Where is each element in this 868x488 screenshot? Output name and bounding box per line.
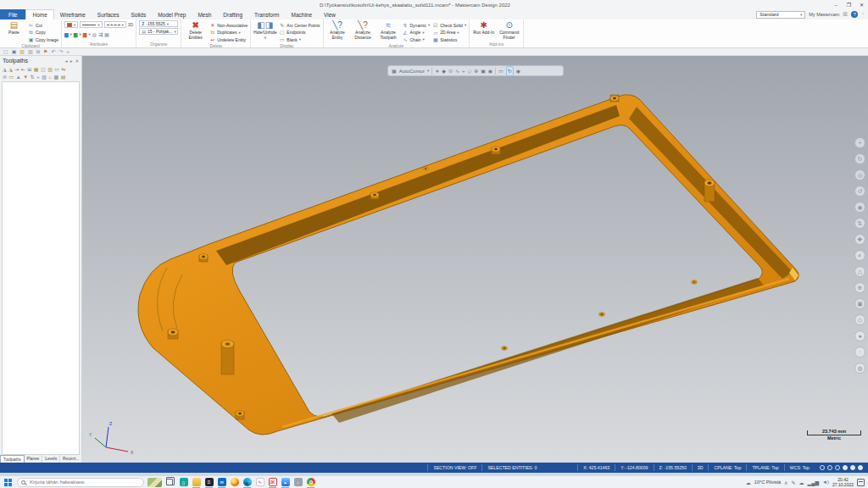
snap-mode-icon[interactable]: ⊙ [448,67,453,75]
help-icon[interactable]: ? [851,11,858,18]
toolpath-tool-icon[interactable]: ⇥ [14,66,19,72]
3d-mode-toggle[interactable]: 3D [128,22,133,27]
maximize-button[interactable]: ❐ [843,0,855,9]
snap-mode-icon[interactable]: ⊕ [474,67,478,75]
toolpath-tool-icon[interactable]: ⇅ [31,74,35,80]
point-style-selector[interactable]: ▾ [64,21,78,28]
tab-machine[interactable]: Machine [285,9,318,19]
taskbar-app-firefox[interactable] [228,476,241,488]
panel-tab-planes[interactable]: Planes [25,455,43,463]
line-style-selector[interactable]: ▾ [80,21,102,28]
viewport-tool-button[interactable]: ⊕ [854,282,865,293]
toolpath-tool-icon[interactable]: ⇤ [21,66,25,72]
viewport-tool-button[interactable]: ◎ [854,169,865,180]
tab-file[interactable]: File [0,9,25,19]
taskbar-app-2k[interactable]: 2K [266,476,279,488]
graphics-viewport[interactable]: X Z Y ▦ AutoCursor ▾ ∗◆⊙∿+◇⊕▣◉ ▭ ↻ ◉ +↻◎… [82,56,868,463]
tab-view[interactable]: View [318,9,342,19]
taskbar-app-mail[interactable]: ✉ [215,476,228,488]
panel-forward-icon[interactable]: ▸ [70,58,73,64]
viewport-tool-button[interactable]: ● [854,330,865,341]
onedrive-icon[interactable]: ☁ [799,480,804,485]
check-solid-button[interactable]: ☑ Check Solid ▾ [432,22,466,28]
arc-center-points-button[interactable]: ✎ Arc Center Points [279,22,320,28]
open-icon[interactable]: ▧ [19,48,25,55]
z-depth-field[interactable]: Z -155.5525 ▾ [139,20,178,27]
volume-icon[interactable]: ◄) [822,480,829,485]
toolpath-tool-icon[interactable]: ⌂ [48,75,52,80]
panel-tab-toolpaths[interactable]: Toolpaths [0,455,25,463]
status-icon[interactable] [858,465,863,470]
panel-tab-levels[interactable]: Levels [42,455,60,463]
snap-mode-icon[interactable]: ◇ [468,67,472,75]
toolpath-tool-icon[interactable]: ⊘ [3,74,7,80]
viewport-tool-button[interactable]: + [854,137,865,148]
level-field[interactable]: ▤ 15 - Pohjak... ▾ [139,28,178,35]
viewport-tool-button[interactable]: ▣ [854,298,865,309]
task-view-icon[interactable] [166,479,173,485]
endpoints-button[interactable]: ☐ Endpoints [279,30,320,36]
viewport-tool-button[interactable]: ◐ [854,250,865,261]
close-button[interactable]: ✕ [855,0,868,9]
copy-button[interactable]: ⧉ Copy [28,30,58,36]
news-widget-thumbnail[interactable] [147,478,162,487]
snap-mode-icon[interactable]: ▣ [481,67,486,75]
selection-mode-icon[interactable]: ↻ [506,66,514,76]
viewport-tool-button[interactable]: ↻ [854,153,865,164]
tab-wireframe[interactable]: Wireframe [54,9,92,19]
save-icon[interactable]: ▣ [12,48,17,55]
delete-entities-button[interactable]: ✖ Delete Entities [184,20,207,41]
cplane-selector[interactable]: CPLANE: Top [708,464,746,471]
new-file-icon[interactable]: ▢ [3,48,8,55]
toolpath-tool-icon[interactable]: ▦ [34,66,39,72]
tab-home[interactable]: Home [25,9,53,19]
hide-unhide-button[interactable]: ◧◨ Hide/Unhide ▾ [253,20,276,40]
tab-mesh[interactable]: Mesh [192,9,217,19]
viewport-tool-button[interactable]: ◇ [854,314,865,325]
paste-button[interactable]: ▤ Paste [3,20,25,36]
model-canvas[interactable]: X Z Y [82,56,868,463]
start-button[interactable] [0,479,15,486]
status-icon[interactable] [835,465,840,470]
tab-solids[interactable]: Solids [125,9,152,19]
status-icon[interactable] [850,465,855,470]
non-associative-button[interactable]: ✕ Non-Associative [209,22,248,28]
2d-area-button[interactable]: ▱ 2D Area ▾ [432,30,466,36]
tab-drafting[interactable]: Drafting [217,9,248,19]
add-icon[interactable]: + [66,48,70,55]
tab-surfaces[interactable]: Surfaces [92,9,125,19]
taskbar-app-chrome[interactable] [304,476,317,488]
my-mastercam-link[interactable]: My Mastercam [809,12,839,17]
print-icon[interactable]: ▥ [28,48,33,55]
weather-status[interactable]: 10°C Pilvistä [754,480,781,485]
dynamic-button[interactable]: ↯ Dynamic ▾ [403,22,431,28]
toolpath-tool-icon[interactable]: ▨ [42,74,47,80]
viewport-tool-button[interactable]: ◉ [854,202,865,213]
panel-tab-recent[interactable]: Recent... [60,455,82,463]
feedback-icon[interactable]: ⊞ [843,11,848,18]
set-attributes-icon[interactable]: ⇶ [98,31,103,37]
angle-button[interactable]: ∠ Angle ▾ [403,30,431,36]
snap-mode-icon[interactable]: ◉ [488,67,492,75]
redo-icon[interactable]: ↷ [58,48,63,55]
toolpath-tool-icon[interactable]: ⇆ [62,66,66,72]
collapse-ribbon-icon[interactable]: ⌃ [861,13,865,17]
undo-icon[interactable]: ↶ [51,48,55,55]
tab-model-prep[interactable]: Model Prep [152,9,192,19]
flag-icon[interactable]: ⚑ [43,48,47,55]
tplane-selector[interactable]: TPLANE: Top [746,464,783,471]
blank-button[interactable]: ▭ Blank ▾ [279,36,320,42]
command-finder-button[interactable]: ⊙ Command Finder [498,20,520,41]
selection-grid-icon[interactable]: ▦ [392,67,397,75]
taskbar-app-file-explorer[interactable] [190,476,203,488]
analyze-toolpath-button[interactable]: ≈ Analyze Toolpath [377,20,400,41]
snap-mode-icon[interactable]: ◆ [442,67,446,75]
mode-3d-toggle[interactable]: 3D [692,464,709,471]
network-icon[interactable]: ▂▄▆ [808,480,819,485]
toolpath-tool-icon[interactable]: ◫ [41,66,46,72]
status-icon[interactable] [820,465,825,470]
toolpath-tool-icon[interactable]: + [36,75,40,80]
viewport-tool-button[interactable]: ◌ [854,347,865,358]
snap-mode-icon[interactable]: + [462,67,465,75]
toolpath-tool-icon[interactable]: ▭ [54,66,59,72]
